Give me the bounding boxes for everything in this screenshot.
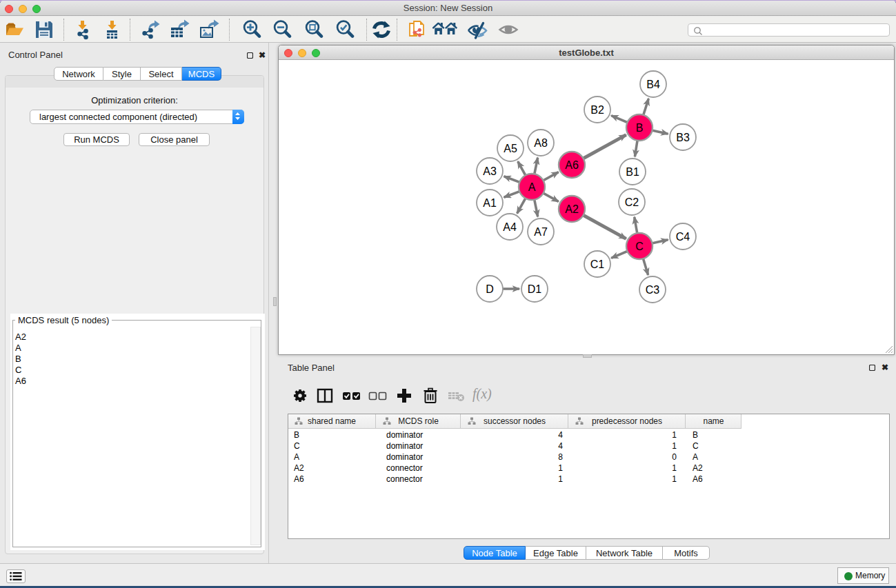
svg-text:B1: B1 <box>626 166 639 178</box>
svg-text:B2: B2 <box>590 104 604 116</box>
svg-text:C3: C3 <box>646 284 660 296</box>
svg-text:A6: A6 <box>565 159 579 171</box>
svg-text:A5: A5 <box>504 143 517 154</box>
svg-text:A: A <box>528 181 536 193</box>
svg-text:A3: A3 <box>483 165 497 177</box>
svg-text:B: B <box>636 122 644 134</box>
svg-text:C: C <box>635 241 644 252</box>
svg-text:C1: C1 <box>590 258 605 270</box>
svg-text:A8: A8 <box>534 137 548 149</box>
svg-text:A1: A1 <box>483 197 497 209</box>
svg-text:D1: D1 <box>528 283 542 295</box>
svg-text:A2: A2 <box>565 203 579 215</box>
svg-text:C2: C2 <box>625 196 639 208</box>
svg-text:A7: A7 <box>534 226 548 238</box>
svg-text:A4: A4 <box>503 221 517 233</box>
svg-text:B3: B3 <box>676 132 690 143</box>
svg-text:C4: C4 <box>676 231 690 243</box>
svg-text:B4: B4 <box>646 79 660 90</box>
svg-text:D: D <box>486 283 494 295</box>
